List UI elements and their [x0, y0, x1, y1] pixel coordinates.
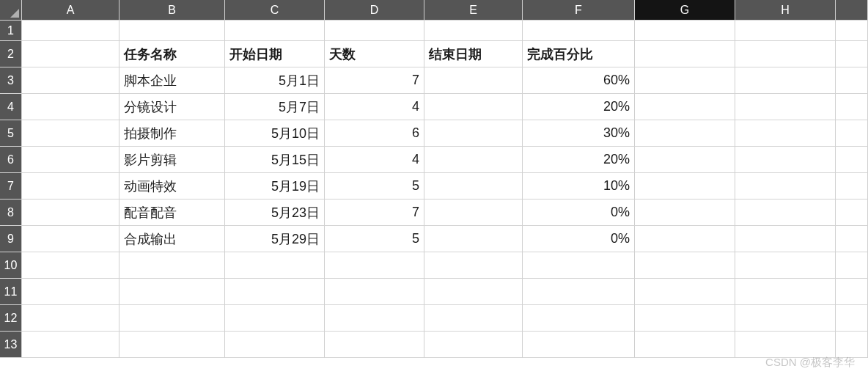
- cell-D7[interactable]: 5: [325, 173, 424, 200]
- cell-E13[interactable]: [424, 332, 523, 358]
- cell-F4[interactable]: 20%: [523, 94, 635, 120]
- row-header-3[interactable]: 3: [0, 67, 22, 94]
- cell-E7[interactable]: [424, 173, 523, 200]
- cell-C12[interactable]: [225, 305, 325, 332]
- col-header-A[interactable]: A: [22, 0, 119, 21]
- cell-C9[interactable]: 5月29日: [225, 226, 325, 252]
- cell-C6[interactable]: 5月15日: [225, 147, 325, 173]
- cell-G10[interactable]: [635, 252, 735, 279]
- cell-extra-13[interactable]: [836, 332, 868, 358]
- cell-D6[interactable]: 4: [325, 147, 424, 173]
- cell-A10[interactable]: [22, 252, 119, 279]
- row-header-10[interactable]: 10: [0, 252, 22, 279]
- cell-G1[interactable]: [635, 21, 735, 41]
- cell-H12[interactable]: [735, 305, 836, 332]
- cell-F3[interactable]: 60%: [523, 67, 635, 94]
- cell-F9[interactable]: 0%: [523, 226, 635, 252]
- cell-B6[interactable]: 影片剪辑: [119, 147, 225, 173]
- cell-extra-10[interactable]: [836, 252, 868, 279]
- cell-C5[interactable]: 5月10日: [225, 120, 325, 147]
- cell-C7[interactable]: 5月19日: [225, 173, 325, 200]
- cell-H10[interactable]: [735, 252, 836, 279]
- cell-A3[interactable]: [22, 67, 119, 94]
- cell-E4[interactable]: [424, 94, 523, 120]
- cell-H2[interactable]: [735, 41, 836, 67]
- cell-G7[interactable]: [635, 173, 735, 200]
- cell-extra-1[interactable]: [836, 21, 868, 41]
- cell-H11[interactable]: [735, 279, 836, 305]
- cell-B5[interactable]: 拍摄制作: [119, 120, 225, 147]
- cell-D12[interactable]: [325, 305, 424, 332]
- cell-A12[interactable]: [22, 305, 119, 332]
- row-header-4[interactable]: 4: [0, 94, 22, 120]
- cell-F1[interactable]: [523, 21, 635, 41]
- cell-H1[interactable]: [735, 21, 836, 41]
- row-header-7[interactable]: 7: [0, 173, 22, 200]
- cell-E9[interactable]: [424, 226, 523, 252]
- cell-B1[interactable]: [119, 21, 225, 41]
- row-header-1[interactable]: 1: [0, 21, 22, 41]
- cell-A1[interactable]: [22, 21, 119, 41]
- cell-E1[interactable]: [424, 21, 523, 41]
- cell-A8[interactable]: [22, 200, 119, 226]
- cell-E10[interactable]: [424, 252, 523, 279]
- cell-H6[interactable]: [735, 147, 836, 173]
- cell-A5[interactable]: [22, 120, 119, 147]
- cell-B10[interactable]: [119, 252, 225, 279]
- cell-E6[interactable]: [424, 147, 523, 173]
- cell-H13[interactable]: [735, 332, 836, 358]
- cell-F11[interactable]: [523, 279, 635, 305]
- cell-extra-9[interactable]: [836, 226, 868, 252]
- row-header-13[interactable]: 13: [0, 332, 22, 358]
- cell-extra-8[interactable]: [836, 200, 868, 226]
- cell-C8[interactable]: 5月23日: [225, 200, 325, 226]
- cell-H7[interactable]: [735, 173, 836, 200]
- cell-E5[interactable]: [424, 120, 523, 147]
- cell-E3[interactable]: [424, 67, 523, 94]
- cell-extra-11[interactable]: [836, 279, 868, 305]
- cell-B9[interactable]: 合成输出: [119, 226, 225, 252]
- cell-C4[interactable]: 5月7日: [225, 94, 325, 120]
- row-header-12[interactable]: 12: [0, 305, 22, 332]
- cell-extra-2[interactable]: [836, 41, 868, 67]
- cell-A7[interactable]: [22, 173, 119, 200]
- row-header-2[interactable]: 2: [0, 41, 22, 67]
- cell-H5[interactable]: [735, 120, 836, 147]
- cell-B13[interactable]: [119, 332, 225, 358]
- cell-E2[interactable]: 结束日期: [424, 41, 523, 67]
- cell-extra-5[interactable]: [836, 120, 868, 147]
- cell-D11[interactable]: [325, 279, 424, 305]
- col-header-F[interactable]: F: [523, 0, 635, 21]
- col-header-E[interactable]: E: [424, 0, 523, 21]
- cell-D8[interactable]: 7: [325, 200, 424, 226]
- cell-A4[interactable]: [22, 94, 119, 120]
- cell-extra-4[interactable]: [836, 94, 868, 120]
- cell-G9[interactable]: [635, 226, 735, 252]
- col-header-G[interactable]: G: [635, 0, 735, 21]
- cell-D13[interactable]: [325, 332, 424, 358]
- select-all-corner[interactable]: [0, 0, 22, 21]
- cell-B11[interactable]: [119, 279, 225, 305]
- cell-D9[interactable]: 5: [325, 226, 424, 252]
- row-header-11[interactable]: 11: [0, 279, 22, 305]
- cell-C13[interactable]: [225, 332, 325, 358]
- cell-H4[interactable]: [735, 94, 836, 120]
- cell-C1[interactable]: [225, 21, 325, 41]
- cell-D10[interactable]: [325, 252, 424, 279]
- col-header-B[interactable]: B: [119, 0, 225, 21]
- cell-F10[interactable]: [523, 252, 635, 279]
- col-header-D[interactable]: D: [325, 0, 424, 21]
- cell-G13[interactable]: [635, 332, 735, 358]
- cell-A9[interactable]: [22, 226, 119, 252]
- cell-D3[interactable]: 7: [325, 67, 424, 94]
- cell-A6[interactable]: [22, 147, 119, 173]
- spreadsheet-grid[interactable]: A B C D E F G H 1 2 任务名称 开始日期 天数 结束日期 完成…: [0, 0, 868, 358]
- row-header-6[interactable]: 6: [0, 147, 22, 173]
- cell-C11[interactable]: [225, 279, 325, 305]
- col-header-extra[interactable]: [836, 0, 868, 21]
- cell-D2[interactable]: 天数: [325, 41, 424, 67]
- cell-extra-3[interactable]: [836, 67, 868, 94]
- cell-G4[interactable]: [635, 94, 735, 120]
- cell-D4[interactable]: 4: [325, 94, 424, 120]
- cell-D5[interactable]: 6: [325, 120, 424, 147]
